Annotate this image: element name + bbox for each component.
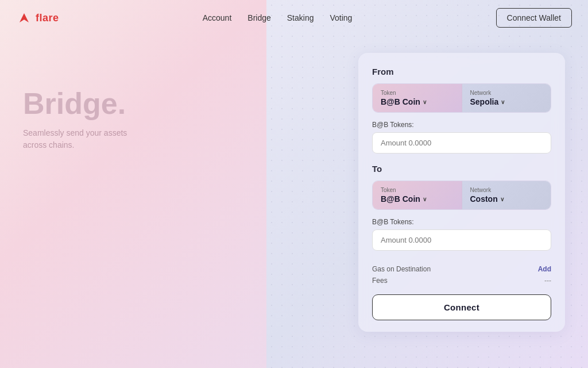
to-network-label: Network	[470, 187, 543, 193]
from-token-chevron-icon: ∨	[423, 99, 427, 105]
hero-section: Bridge. Seamlessly send your assets acro…	[23, 53, 207, 151]
to-token-label: Token	[381, 187, 454, 193]
from-network-selector[interactable]: Network Sepolia ∨	[462, 84, 551, 112]
logo-text: flare	[36, 12, 59, 24]
connect-button[interactable]: Connect	[372, 294, 551, 320]
connect-wallet-button[interactable]: Connect Wallet	[496, 8, 572, 28]
from-token-label: Token	[381, 90, 454, 96]
from-token-selector[interactable]: Token B@B Coin ∨	[373, 84, 462, 112]
fees-value: ---	[544, 277, 551, 285]
gas-row: Gas on Destination Add	[372, 263, 551, 275]
logo: flare	[16, 10, 59, 26]
from-token-value: B@B Coin ∨	[381, 97, 454, 106]
from-network-chevron-icon: ∨	[501, 99, 505, 105]
to-amount-input[interactable]	[372, 229, 551, 251]
nav-voting[interactable]: Voting	[330, 13, 352, 22]
to-token-network-row: Token B@B Coin ∨ Network Coston ∨	[372, 181, 551, 210]
hero-title: Bridge.	[23, 87, 207, 120]
from-label: From	[372, 67, 551, 76]
to-token-selector[interactable]: Token B@B Coin ∨	[373, 181, 462, 209]
to-token-chevron-icon: ∨	[423, 196, 427, 202]
to-token-value: B@B Coin ∨	[381, 194, 454, 204]
from-input-label: B@B Tokens:	[372, 121, 551, 129]
to-label: To	[372, 164, 551, 174]
to-network-selector[interactable]: Network Coston ∨	[462, 181, 551, 209]
nav-staking[interactable]: Staking	[287, 13, 314, 22]
nav-links: Account Bridge Staking Voting	[203, 13, 353, 22]
fees-section: Gas on Destination Add Fees ---	[372, 263, 551, 286]
to-network-value: Coston ∨	[470, 194, 543, 204]
fees-label: Fees	[372, 277, 388, 285]
nav-account[interactable]: Account	[203, 13, 232, 22]
main-content: Bridge. Seamlessly send your assets acro…	[0, 36, 588, 368]
hero-subtitle: Seamlessly send your assets across chain…	[23, 127, 207, 151]
nav-bridge[interactable]: Bridge	[247, 13, 270, 22]
to-input-label: B@B Tokens:	[372, 218, 551, 226]
fees-row: Fees ---	[372, 275, 551, 286]
from-amount-input[interactable]	[372, 132, 551, 154]
gas-add-button[interactable]: Add	[538, 265, 551, 273]
bridge-card: From Token B@B Coin ∨ Network Sepolia ∨ …	[358, 53, 565, 332]
from-token-network-row: Token B@B Coin ∨ Network Sepolia ∨	[372, 83, 551, 113]
from-network-value: Sepolia ∨	[470, 97, 543, 106]
flare-logo-icon	[16, 10, 32, 26]
from-network-label: Network	[470, 90, 543, 96]
gas-label: Gas on Destination	[372, 265, 431, 273]
to-network-chevron-icon: ∨	[500, 196, 504, 202]
navbar: flare Account Bridge Staking Voting Conn…	[0, 0, 588, 36]
